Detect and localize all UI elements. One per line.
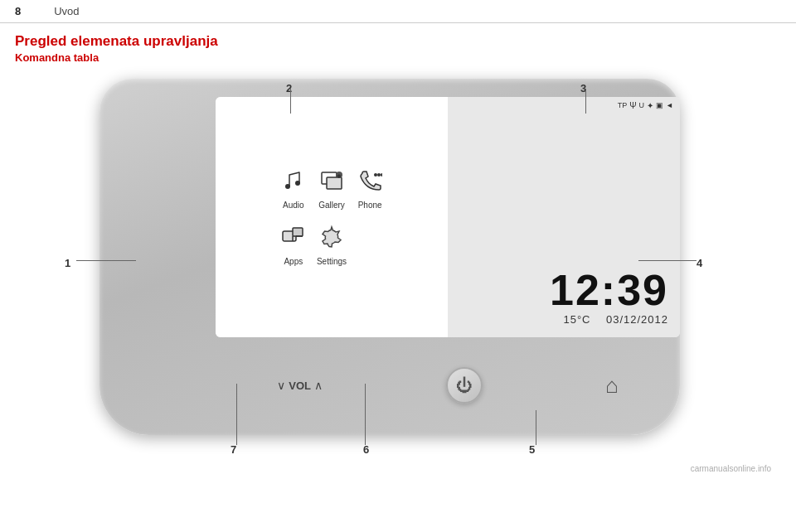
callout-4: 4 xyxy=(696,257,702,269)
page-header: 8 Uvod xyxy=(0,0,796,23)
settings-icon xyxy=(319,225,344,254)
date: 03/12/2012 xyxy=(606,313,668,326)
phone-icon-item[interactable]: Phone xyxy=(355,168,385,210)
icon-grid: Audio + Gallery xyxy=(266,160,397,274)
svg-point-6 xyxy=(374,173,377,177)
audio-label: Audio xyxy=(283,201,304,210)
audio-icon-item[interactable]: Audio xyxy=(279,168,308,210)
callout-5: 5 xyxy=(529,443,535,456)
apps-icon-item[interactable]: Apps xyxy=(279,225,308,266)
svg-point-8 xyxy=(381,173,382,177)
clock-info: 15°C 03/12/2012 xyxy=(563,313,668,326)
screen: Audio + Gallery xyxy=(216,97,680,337)
callout-line-5 xyxy=(536,410,536,445)
audio-icon xyxy=(281,168,306,197)
apps-label: Apps xyxy=(284,257,303,266)
home-button[interactable]: ⌂ xyxy=(605,373,619,399)
svg-point-1 xyxy=(295,181,300,186)
temperature: 15°C xyxy=(563,313,590,326)
vol-down-icon[interactable]: ∨ xyxy=(277,379,285,392)
page-number: 8 xyxy=(15,5,21,17)
status-antenna: Ψ xyxy=(629,101,636,110)
callout-2: 2 xyxy=(286,82,292,94)
callout-line-1 xyxy=(76,260,136,261)
watermark: carmanualsonline.info xyxy=(691,464,771,473)
settings-icon-item[interactable]: Settings xyxy=(317,225,347,266)
vol-label: VOL xyxy=(289,380,311,392)
svg-rect-3 xyxy=(327,177,342,189)
power-button[interactable]: ⏻ xyxy=(446,367,483,404)
status-bt: ✦ xyxy=(647,101,653,110)
status-battery: ▣ xyxy=(656,101,663,110)
callout-line-3 xyxy=(585,89,586,114)
gallery-label: Gallery xyxy=(318,201,345,210)
callout-line-2 xyxy=(290,89,291,114)
gallery-icon: + xyxy=(319,168,344,197)
svg-point-7 xyxy=(377,173,381,177)
status-bar: TP Ψ U ✦ ▣ ◄ xyxy=(448,97,680,114)
settings-label: Settings xyxy=(317,257,347,266)
clock-time: 12:39 xyxy=(550,268,668,312)
phone-icon xyxy=(357,168,382,197)
apps-icon xyxy=(281,225,306,254)
home-icon: ⌂ xyxy=(605,373,619,398)
section-title: Pregled elemenata upravljanja xyxy=(0,23,796,51)
clock-area: 12:39 15°C 03/12/2012 xyxy=(448,114,680,337)
vol-control: ∨ VOL ∧ xyxy=(277,379,323,392)
callout-1: 1 xyxy=(65,257,70,269)
diagram-container: Audio + Gallery xyxy=(17,70,779,476)
section-name: Uvod xyxy=(54,5,79,17)
gallery-icon-item[interactable]: + Gallery xyxy=(317,168,347,210)
section-subtitle: Komandna tabla xyxy=(0,51,796,70)
vol-up-icon[interactable]: ∧ xyxy=(314,379,323,392)
controls-area: ∨ VOL ∧ ⏻ ⌂ xyxy=(216,352,680,418)
screen-right: TP Ψ U ✦ ▣ ◄ 12:39 15°C 03/12/2012 xyxy=(448,97,680,337)
callout-6: 6 xyxy=(363,443,369,456)
svg-text:+: + xyxy=(337,173,341,178)
status-volume: ◄ xyxy=(666,101,673,110)
svg-point-0 xyxy=(285,184,290,189)
callout-line-6 xyxy=(365,384,366,445)
callout-7: 7 xyxy=(231,443,236,456)
status-mic: U xyxy=(639,101,645,110)
screen-left: Audio + Gallery xyxy=(216,97,448,337)
phone-label: Phone xyxy=(358,201,382,210)
svg-rect-10 xyxy=(293,228,303,236)
device-shell: Audio + Gallery xyxy=(100,79,680,435)
status-tp: TP xyxy=(618,101,628,110)
power-icon: ⏻ xyxy=(456,376,473,395)
callout-line-4 xyxy=(638,260,696,261)
callout-line-7 xyxy=(236,384,237,445)
